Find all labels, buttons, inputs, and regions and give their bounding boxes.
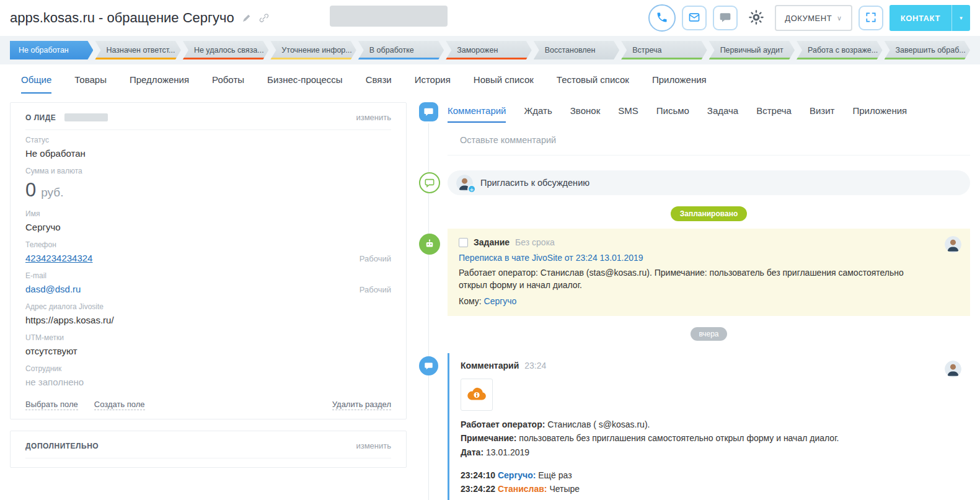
document-button[interactable]: ДОКУМЕНТ ∨ — [775, 5, 852, 31]
field-email: E-mail dasd@dsd.ru Рабочий — [25, 266, 391, 297]
money-amount: 0 — [25, 179, 36, 201]
attachment-thumbnail[interactable] — [461, 379, 493, 411]
ttab-mail[interactable]: Письмо — [656, 105, 689, 123]
tab-products[interactable]: Товары — [74, 74, 107, 94]
task-link[interactable]: Переписка в чате JivoSite от 23:24 13.01… — [459, 253, 959, 263]
header-actions: ДОКУМЕНТ ∨ КОНТАКТ ▼ — [648, 4, 970, 32]
pipeline-stage-3[interactable]: Уточнение инфор... — [270, 41, 356, 59]
lead-card: О ЛИДЕ изменить Статус Не обработан Сумм… — [10, 102, 407, 419]
convert-contact-button[interactable]: КОНТАКТ ▼ — [890, 5, 970, 31]
chat-log: 23:24:10 Сергучо: Ещё раз 23:24:22 Стани… — [461, 469, 959, 500]
ttab-visit[interactable]: Визит — [810, 105, 835, 123]
pipeline-stage-7[interactable]: Встреча — [621, 41, 707, 59]
chat-message: 23:24:10 Сергучо: Ещё раз — [461, 469, 959, 481]
comment-line-date: Дата: 13.01.2019 — [461, 446, 959, 458]
contact-button-label[interactable]: КОНТАКТ — [890, 5, 951, 31]
edit-title-icon[interactable] — [242, 13, 252, 23]
money-currency: руб. — [41, 186, 63, 200]
timeline-tabs: Комментарий Ждать Звонок SMS Письмо Зада… — [448, 102, 970, 123]
timeline-column: Комментарий Ждать Звонок SMS Письмо Зада… — [419, 102, 970, 500]
discussion-icon — [419, 172, 440, 193]
task-body: Работает оператор: Станислав (stas@kosas… — [459, 267, 919, 291]
ttab-meeting[interactable]: Встреча — [756, 105, 792, 123]
ttab-apps[interactable]: Приложения — [852, 105, 907, 123]
planned-badge-row: Запланировано — [419, 206, 970, 221]
pipeline-stage-1[interactable]: Назначен ответст... — [95, 41, 180, 59]
comment-tab-icon — [419, 102, 438, 121]
content-area: О ЛИДЕ изменить Статус Не обработан Сумм… — [0, 94, 980, 500]
comment-avatar[interactable] — [945, 361, 961, 377]
tab-test-list[interactable]: Тестовый список — [557, 74, 629, 94]
comment-entry-icon — [419, 356, 438, 375]
planned-badge: Запланировано — [671, 206, 748, 221]
select-field-link[interactable]: Выбрать поле — [25, 400, 78, 410]
tab-offers[interactable]: Предложения — [130, 74, 189, 94]
phone-link[interactable]: 4234234234324 — [25, 253, 92, 263]
fullscreen-button[interactable] — [859, 6, 883, 30]
tab-new-list[interactable]: Новый список — [474, 74, 534, 94]
settings-button[interactable] — [744, 6, 769, 30]
extra-edit-link[interactable]: изменить — [356, 441, 391, 450]
tab-apps[interactable]: Приложения — [652, 74, 707, 94]
date-separator[interactable]: вчера — [691, 327, 726, 341]
comment-input-row: Оставьте комментарий — [419, 123, 970, 156]
ttab-wait[interactable]: Ждать — [524, 105, 552, 123]
extra-card: ДОПОЛНИТЕЛЬНО изменить — [10, 431, 407, 468]
phone-icon — [656, 11, 668, 25]
chat-message: 23:24:27 Станислав: пять Шесть — [461, 497, 959, 500]
lead-card-title: О ЛИДЕ — [25, 113, 56, 122]
comment-line-operator: Работает оператор: Станислав ( s@kosas.r… — [461, 418, 959, 431]
pipeline-stage-5[interactable]: Заморожен — [446, 41, 531, 59]
tab-bizproc[interactable]: Бизнес-процессы — [267, 74, 343, 94]
task-to-link[interactable]: Сергучо — [484, 296, 517, 306]
pipeline-stage-2[interactable]: Не удалось связа... — [183, 41, 268, 59]
pipeline-stage-8[interactable]: Первичный аудит — [709, 41, 795, 59]
contact-caret-icon[interactable]: ▼ — [951, 5, 970, 31]
task-checkbox[interactable] — [459, 238, 468, 247]
call-button[interactable] — [648, 4, 676, 32]
ttab-call[interactable]: Звонок — [570, 105, 600, 123]
tab-robots[interactable]: Роботы — [212, 74, 244, 94]
comment-card: Комментарий 23:24 Работает оператор: Ста… — [448, 353, 970, 500]
create-field-link[interactable]: Создать поле — [94, 400, 145, 410]
email-link[interactable]: dasd@dsd.ru — [25, 284, 81, 294]
ttab-task[interactable]: Задача — [707, 105, 738, 123]
email-type-label: Рабочий — [360, 285, 391, 294]
field-name: Имя Сергучо — [25, 204, 391, 235]
copy-link-icon[interactable] — [259, 13, 269, 23]
tab-links[interactable]: Связи — [366, 74, 392, 94]
gear-icon — [748, 9, 764, 27]
task-avatar[interactable] — [945, 236, 961, 253]
pipeline-stage-9[interactable]: Работа с возраже... — [797, 41, 882, 59]
delete-section-link[interactable]: Удалить раздел — [332, 400, 391, 410]
invite-label: Пригласить к обсуждению — [480, 178, 589, 188]
task-to: Кому: Сергучо — [459, 296, 959, 306]
pipeline-stage-10[interactable]: Завершить обраб... — [885, 41, 970, 59]
task-title: Задание — [474, 237, 510, 247]
field-utm: UTM-метки отсутствуют — [25, 328, 391, 359]
tab-history[interactable]: История — [415, 74, 451, 94]
field-employee: Сотрудник не заполнено — [25, 359, 391, 390]
ttab-comment[interactable]: Комментарий — [448, 105, 506, 123]
chat-bubble-icon — [719, 11, 731, 25]
blurred-region — [330, 6, 448, 27]
lead-edit-link[interactable]: изменить — [356, 113, 391, 122]
invite-row: + Пригласить к обсуждению — [419, 170, 970, 195]
tab-general[interactable]: Общие — [21, 74, 51, 94]
invite-to-discussion[interactable]: + Пригласить к обсуждению — [448, 170, 970, 195]
chat-button[interactable] — [713, 6, 738, 30]
pipeline-stage-4[interactable]: В обработке — [358, 41, 444, 59]
pipeline-stage-6[interactable]: Восстановлен — [534, 41, 619, 59]
email-button[interactable] — [682, 6, 707, 30]
pipeline-stage-0[interactable]: Не обработан — [10, 41, 93, 59]
field-jivosite-address: Адрес диалога Jivosite https://apps.kosa… — [25, 297, 391, 328]
page-header: apps.kosas.ru - обращение Сергучо — [0, 0, 980, 36]
phone-type-label: Рабочий — [360, 254, 391, 263]
task-robot-icon — [419, 234, 440, 255]
task-card: Задание Без срока Переписка в чате JivoS… — [448, 229, 970, 316]
comment-entry-time: 23:24 — [524, 361, 546, 371]
comment-input[interactable]: Оставьте комментарий — [448, 129, 970, 156]
ttab-sms[interactable]: SMS — [618, 105, 638, 123]
lead-details-column: О ЛИДЕ изменить Статус Не обработан Сумм… — [10, 102, 407, 468]
comment-entry-row: Комментарий 23:24 Работает оператор: Ста… — [419, 353, 970, 500]
